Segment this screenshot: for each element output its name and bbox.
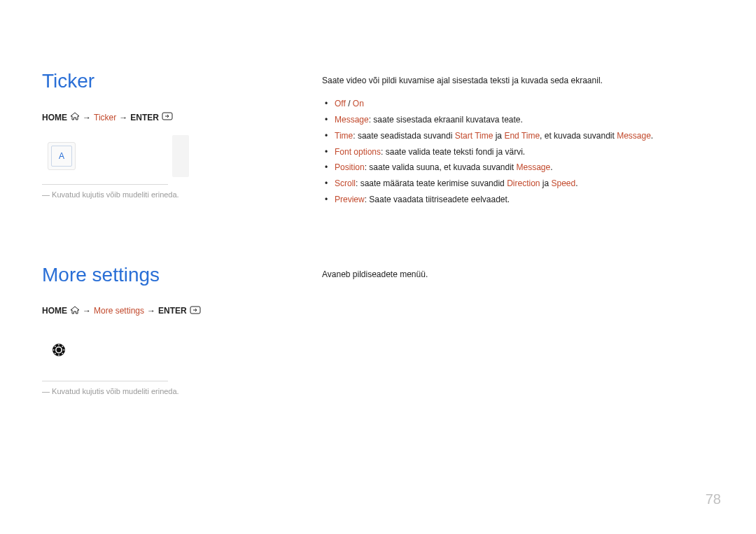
ticker-graphic: A xyxy=(42,135,189,177)
breadcrumb-arrow: → xyxy=(83,306,91,316)
item-off-on: Off / On xyxy=(335,96,714,112)
more-graphic xyxy=(42,329,189,371)
sep: / xyxy=(346,99,353,108)
font-text: : saate valida teate teksti fondi ja vär… xyxy=(381,147,525,157)
breadcrumb-arrow: → xyxy=(83,113,91,122)
item-time: Time: saate seadistada suvandi Start Tim… xyxy=(335,128,714,144)
ticker-heading: Ticker xyxy=(42,70,280,92)
time-end: End Time xyxy=(504,131,540,141)
ticker-box-inner: A xyxy=(51,146,72,167)
time-msg: Message xyxy=(617,131,651,141)
note-text: Kuvatud kujutis võib mudeliti erineda. xyxy=(52,387,179,395)
scroll-label: Scroll xyxy=(335,178,356,188)
scroll-t2: ja xyxy=(540,178,552,188)
font-label: Font options xyxy=(335,147,381,157)
time-t1: : saate seadistada suvandi xyxy=(353,131,454,141)
more-right-col: Avaneb pildiseadete menüü. xyxy=(322,264,714,395)
home-icon xyxy=(70,112,80,122)
scroll-t1: : saate määrata teate kerimise suvandid xyxy=(356,178,507,188)
divider xyxy=(42,381,168,381)
item-preview: Preview: Saate vaadata tiitriseadete eel… xyxy=(335,192,714,208)
preview-label: Preview xyxy=(335,195,365,204)
note-prefix: ― xyxy=(42,387,50,395)
position-t2: . xyxy=(550,162,552,172)
breadcrumb-arrow: → xyxy=(147,306,155,316)
more-note: ― Kuvatud kujutis võib mudeliti erineda. xyxy=(42,387,280,395)
divider xyxy=(42,184,168,185)
enter-icon xyxy=(162,112,173,122)
item-message: Message: saate sisestada ekraanil kuvata… xyxy=(335,112,714,128)
breadcrumb-enter: ENTER xyxy=(158,306,187,316)
enter-icon xyxy=(190,306,201,316)
more-desc: Avaneb pildiseadete menüü. xyxy=(322,268,714,281)
breadcrumb-enter: ENTER xyxy=(130,113,159,122)
position-msg: Message xyxy=(517,162,551,172)
svg-line-8 xyxy=(55,346,55,346)
note-text: Kuvatud kujutis võib mudeliti erineda. xyxy=(52,190,179,199)
note-prefix: ― xyxy=(42,190,50,199)
breadcrumb-arrow: → xyxy=(119,113,127,122)
time-label: Time xyxy=(335,131,353,141)
message-label: Message xyxy=(335,115,369,125)
breadcrumb-item: More settings xyxy=(94,306,144,316)
position-t1: : saate valida suuna, et kuvada suvandit xyxy=(365,162,517,172)
time-t4: . xyxy=(651,131,653,141)
section-ticker: Ticker HOME → Ticker → ENTER A xyxy=(42,70,714,208)
svg-line-11 xyxy=(62,346,63,346)
ticker-box-outer: A xyxy=(48,142,76,170)
breadcrumb-home: HOME xyxy=(42,306,67,316)
home-icon xyxy=(70,306,80,316)
on-label: On xyxy=(353,99,364,108)
more-left-col: More settings HOME → More settings → ENT… xyxy=(42,264,280,395)
ticker-side-bar xyxy=(172,135,189,177)
breadcrumb-item: Ticker xyxy=(94,113,116,122)
ticker-breadcrumb: HOME → Ticker → ENTER xyxy=(42,112,280,122)
svg-line-10 xyxy=(55,353,55,353)
page: Ticker HOME → Ticker → ENTER A xyxy=(42,70,714,395)
scroll-dir: Direction xyxy=(507,178,540,188)
scroll-speed: Speed xyxy=(552,178,576,188)
preview-text: : Saate vaadata tiitriseadete eelvaadet. xyxy=(365,195,510,204)
time-t3: , et kuvada suvandit xyxy=(540,131,617,141)
gear-icon xyxy=(50,342,67,358)
ticker-right-col: Saate video või pildi kuvamise ajal sise… xyxy=(322,70,714,208)
more-heading: More settings xyxy=(42,264,280,286)
breadcrumb-home: HOME xyxy=(42,113,67,122)
item-scroll: Scroll: saate määrata teate kerimise suv… xyxy=(335,176,714,192)
svg-point-2 xyxy=(52,344,65,356)
message-text: : saate sisestada ekraanil kuvatava teat… xyxy=(369,115,523,125)
ticker-items: Off / On Message: saate sisestada ekraan… xyxy=(322,96,714,208)
scroll-t3: . xyxy=(575,178,578,188)
time-t2: ja xyxy=(493,131,504,141)
off-label: Off xyxy=(335,99,346,108)
ticker-desc: Saate video või pildi kuvamise ajal sise… xyxy=(322,74,714,87)
svg-line-9 xyxy=(62,353,63,353)
more-breadcrumb: HOME → More settings → ENTER xyxy=(42,306,280,316)
ticker-left-col: Ticker HOME → Ticker → ENTER A xyxy=(42,70,280,208)
page-number: 78 xyxy=(706,491,721,507)
time-start: Start Time xyxy=(455,131,493,141)
section-more-settings: More settings HOME → More settings → ENT… xyxy=(42,264,714,395)
item-font: Font options: saate valida teate teksti … xyxy=(335,144,714,160)
position-label: Position xyxy=(335,162,365,172)
item-position: Position: saate valida suuna, et kuvada … xyxy=(335,160,714,176)
ticker-note: ― Kuvatud kujutis võib mudeliti erineda. xyxy=(42,190,280,199)
